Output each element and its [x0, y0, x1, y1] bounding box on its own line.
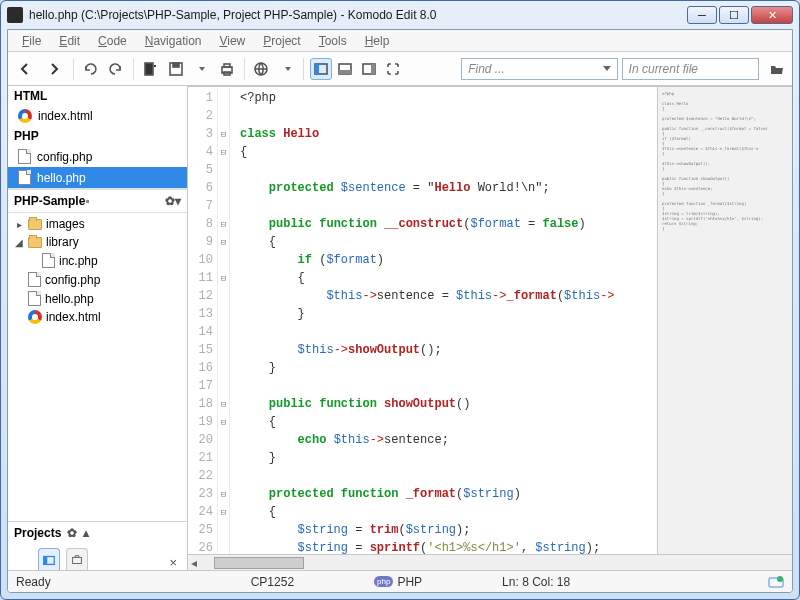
status-position[interactable]: Ln: 8 Col: 18 [502, 575, 570, 589]
svg-rect-0 [145, 63, 153, 75]
window-maximize-button[interactable]: ☐ [719, 6, 749, 24]
undo-button[interactable] [80, 58, 101, 80]
tree-twisty[interactable]: ◢ [14, 237, 24, 248]
panel-right-button[interactable] [358, 58, 380, 80]
line-number-gutter: 1234567891011121314151617181920212223242… [188, 87, 218, 554]
tree-row[interactable]: hello.php [12, 289, 183, 308]
open-file-row[interactable]: index.html [8, 106, 187, 126]
menu-code[interactable]: Code [90, 32, 135, 50]
sidebar-tab-toolbox[interactable] [66, 548, 88, 570]
back-button[interactable] [12, 58, 37, 80]
tree-twisty[interactable]: ▸ [14, 219, 24, 230]
menu-edit[interactable]: Edit [51, 32, 88, 50]
open-file-row[interactable]: hello.php [8, 167, 187, 188]
tree-row[interactable]: index.html [12, 308, 183, 326]
status-sync-icon[interactable] [768, 575, 784, 589]
status-encoding[interactable]: CP1252 [251, 575, 294, 589]
file-name: index.html [38, 109, 93, 123]
tree-row[interactable]: config.php [12, 270, 183, 289]
file-icon [18, 170, 31, 185]
tree-label: config.php [45, 273, 100, 287]
folder-icon [28, 219, 42, 230]
find-placeholder: Find ... [468, 62, 505, 76]
project-header[interactable]: PHP-Sample▪ ✿▾ [8, 189, 187, 213]
project-tree: ▸images◢libraryinc.phpconfig.phphello.ph… [8, 213, 187, 328]
chrome-icon [28, 310, 42, 324]
project-settings-icon[interactable]: ✿▾ [165, 194, 181, 208]
code-content[interactable]: <?php class Hello { protected $sentence … [230, 87, 657, 554]
svg-rect-10 [339, 70, 351, 74]
tree-label: library [46, 235, 79, 249]
editor-horizontal-scrollbar[interactable]: ◂ [188, 554, 792, 570]
panel-bottom-button[interactable] [334, 58, 356, 80]
panel-left-button[interactable] [310, 58, 332, 80]
tree-label: inc.php [59, 254, 98, 268]
menu-navigation[interactable]: Navigation [137, 32, 210, 50]
menu-file[interactable]: File [14, 32, 49, 50]
projects-settings-icon[interactable]: ✿ [67, 526, 77, 540]
tree-row[interactable]: ▸images [12, 215, 183, 233]
folder-icon [28, 237, 42, 248]
open-file-row[interactable]: config.php [8, 146, 187, 167]
file-name: hello.php [37, 171, 86, 185]
forward-button[interactable] [41, 58, 66, 80]
open-file-button[interactable] [767, 58, 788, 80]
svg-rect-15 [73, 557, 82, 563]
new-file-button[interactable] [140, 58, 161, 80]
file-icon [28, 272, 41, 287]
window-close-button[interactable]: ✕ [751, 6, 793, 24]
find-input[interactable]: Find ... [461, 58, 617, 80]
redo-button[interactable] [105, 58, 126, 80]
code-editor[interactable]: 1234567891011121314151617181920212223242… [188, 86, 657, 554]
open-files-php-header: PHP [8, 126, 187, 146]
menu-help[interactable]: Help [357, 32, 398, 50]
tree-row[interactable]: inc.php [12, 251, 183, 270]
minimap[interactable]: <?phpclass Hello{ protected $sentence = … [657, 86, 792, 554]
php-icon: php [374, 576, 393, 587]
menubar: File Edit Code Navigation View Project T… [8, 30, 792, 52]
sidebar-tabs: × [8, 544, 187, 570]
menu-project[interactable]: Project [255, 32, 308, 50]
browser-preview-button[interactable] [250, 58, 271, 80]
titlebar[interactable]: hello.php (C:\Projects\PHP-Sample, Proje… [1, 1, 799, 29]
svg-rect-4 [224, 64, 230, 67]
file-name: config.php [37, 150, 92, 164]
sidebar: HTML index.html PHP config.phphello.php … [8, 86, 188, 570]
find-dropdown-icon[interactable] [603, 66, 611, 71]
svg-rect-8 [315, 64, 319, 74]
browser-dropdown[interactable] [276, 58, 297, 80]
menu-tools[interactable]: Tools [311, 32, 355, 50]
menu-view[interactable]: View [211, 32, 253, 50]
save-button[interactable] [165, 58, 186, 80]
chrome-icon [18, 109, 32, 123]
find-scope-label: In current file [629, 62, 698, 76]
open-files-html-header: HTML [8, 86, 187, 106]
projects-collapse-icon[interactable]: ▴ [83, 526, 89, 540]
find-scope-select[interactable]: In current file [622, 58, 759, 80]
fold-gutter[interactable]: ⊟⊟⊟⊟⊟⊟⊟⊟⊟ [218, 87, 230, 554]
svg-rect-14 [44, 556, 48, 564]
svg-rect-12 [371, 64, 375, 74]
status-ready: Ready [16, 575, 51, 589]
file-icon [28, 291, 41, 306]
status-language[interactable]: php PHP [374, 575, 422, 589]
save-dropdown[interactable] [191, 58, 212, 80]
statusbar: Ready CP1252 php PHP Ln: 8 Col: 18 [8, 570, 792, 592]
projects-panel-header[interactable]: Projects ✿ ▴ [8, 522, 187, 544]
svg-point-17 [777, 576, 783, 582]
sidebar-tab-close-icon[interactable]: × [159, 555, 187, 570]
tree-label: images [46, 217, 85, 231]
sidebar-tab-places[interactable] [38, 548, 60, 570]
file-icon [42, 253, 55, 268]
window-minimize-button[interactable]: ─ [687, 6, 717, 24]
tree-label: index.html [46, 310, 101, 324]
tree-label: hello.php [45, 292, 94, 306]
window-title: hello.php (C:\Projects\PHP-Sample, Proje… [29, 8, 679, 22]
tree-row[interactable]: ◢library [12, 233, 183, 251]
app-icon [7, 7, 23, 23]
scrollbar-thumb[interactable] [214, 557, 304, 569]
panel-focus-button[interactable] [382, 58, 404, 80]
app-window: hello.php (C:\Projects\PHP-Sample, Proje… [0, 0, 800, 600]
svg-rect-2 [173, 63, 179, 67]
print-button[interactable] [216, 58, 237, 80]
